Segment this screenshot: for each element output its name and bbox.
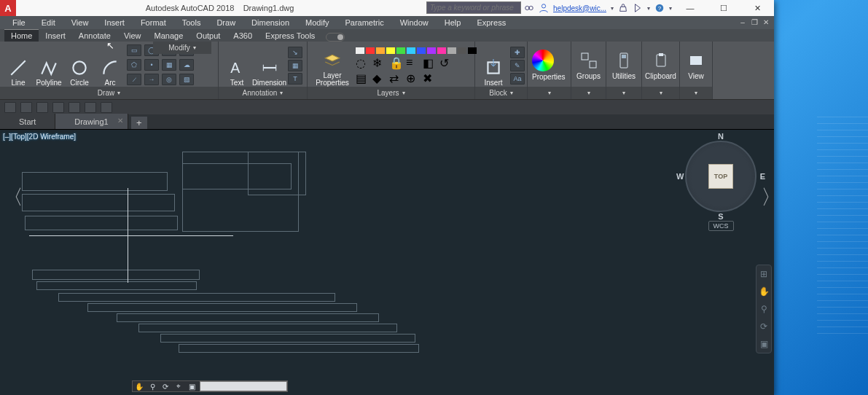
revision-cloud-icon[interactable]: ☁ [179,59,194,71]
layer-off-icon[interactable]: ◌ [356,56,370,69]
layer-delete-icon[interactable]: ✖ [423,71,437,85]
qat-redo-icon[interactable] [101,102,112,113]
point-icon[interactable]: • [144,59,159,71]
nav-zoom-icon[interactable]: ⚲ [758,303,770,315]
menu-draw[interactable]: Draw [208,16,243,29]
chevron-down-icon[interactable]: ▾ [587,90,590,96]
layer-freeze-icon[interactable]: ❄ [372,56,387,69]
qat-plot-icon[interactable] [69,102,80,113]
nav-pan-icon[interactable]: ✋ [758,286,770,297]
inline-input[interactable] [200,381,287,391]
layer-state-icon[interactable]: ▤ [356,71,370,85]
menu-window[interactable]: Window [392,16,437,29]
tab-drawing1[interactable]: Drawing1✕ [55,114,128,129]
line-button[interactable]: Line [4,44,32,87]
flick-left-icon[interactable]: 〈 [3,184,23,211]
groups-icon[interactable] [580,52,598,69]
edit-block-icon[interactable]: ✎ [510,60,525,71]
create-block-icon[interactable]: ✚ [510,47,525,58]
menu-edit[interactable]: Edit [34,16,63,29]
text-button[interactable]: A Text [223,44,251,87]
close-button[interactable]: ✕ [740,0,774,16]
compass-e[interactable]: E [760,172,765,181]
infocenter-search-input[interactable] [427,2,520,13]
table-icon[interactable]: ▦ [288,60,302,71]
stayconnected-icon[interactable] [633,3,643,13]
menu-parametric[interactable]: Parametric [337,16,391,29]
chevron-down-icon[interactable]: ▾ [548,90,551,96]
chevron-down-icon[interactable]: ▾ [280,90,283,96]
ribtab-annotate[interactable]: Annotate [72,29,117,42]
viewcube-face-top[interactable]: TOP [708,164,733,189]
paste-icon[interactable] [652,52,670,69]
circle-button[interactable]: Circle [66,44,93,87]
layer-lock-icon[interactable]: 🔒 [389,56,404,69]
nav-orbit-icon[interactable]: ⟳ [758,321,770,332]
layer-match-icon[interactable]: ≡ [406,56,421,69]
flick-right-icon[interactable]: 〉 [761,184,781,211]
steering-icon[interactable]: ⌖ [172,381,185,391]
mdi-restore-button[interactable]: ❐ [749,17,759,27]
ribtab-home[interactable]: Home [4,29,39,42]
ribtab-insert[interactable]: Insert [39,29,72,42]
orbit-icon[interactable]: ⟳ [159,381,172,391]
layer-walk-icon[interactable]: ⇄ [389,71,404,85]
mtext-icon[interactable]: T [288,73,302,85]
menu-format[interactable]: Format [133,16,174,29]
measure-icon[interactable] [615,52,633,69]
viewcube[interactable]: TOP N S E W WCS [681,141,761,243]
leader-icon[interactable]: ↘ [288,47,302,58]
block-attr-icon[interactable]: Aa [510,73,525,85]
chevron-down-icon[interactable]: ▾ [660,90,662,96]
chevron-down-icon[interactable]: ▾ [193,44,196,51]
chevron-down-icon[interactable]: ▾ [622,90,625,96]
navigation-bar[interactable]: ⊞ ✋ ⚲ ⟳ ▣ [756,265,772,353]
polyline-button[interactable]: Polyline [35,44,63,87]
ribtab-express[interactable]: Express Tools [259,29,321,42]
menu-express[interactable]: Express [469,16,514,29]
chevron-down-icon[interactable]: ▾ [402,90,405,96]
wipeout-icon[interactable]: ▧ [179,74,194,85]
drawing-canvas[interactable]: [–][Top][2D Wireframe] ✋ ⚲ ⟳ ⌖ ▣ [0,130,774,395]
qat-saveas-icon[interactable] [52,102,64,113]
menu-modify[interactable]: Modify [297,16,337,29]
app-icon[interactable]: A [0,0,16,16]
pan-icon[interactable]: ✋ [133,381,146,391]
viewport-label[interactable]: [–][Top][2D Wireframe] [3,133,76,141]
binoculars-icon[interactable] [524,3,534,13]
viewcube-compass[interactable]: TOP N S E W [685,141,756,212]
region-icon[interactable]: ▦ [162,59,176,71]
signin-icon[interactable] [539,3,549,13]
inline-toolbar[interactable]: ✋ ⚲ ⟳ ⌖ ▣ [132,380,288,392]
chevron-down-icon[interactable]: ▾ [117,90,120,96]
donut-icon[interactable]: ◎ [162,74,176,85]
qat-undo-icon[interactable] [85,102,96,113]
ribtab-view[interactable]: View [117,29,148,42]
polygon-icon[interactable]: ⬠ [127,59,141,71]
qat-new-icon[interactable] [4,102,16,113]
help-icon[interactable]: ? [654,3,665,13]
nav-fullnav-icon[interactable]: ⊞ [758,268,770,280]
showmotion-icon[interactable]: ▣ [185,381,198,391]
layer-swatches[interactable] [356,47,477,54]
nav-showmotion-icon[interactable]: ▣ [758,338,770,350]
tab-start[interactable]: Start [0,114,55,129]
menu-insert[interactable]: Insert [96,16,133,29]
chevron-down-icon[interactable]: ▾ [510,90,513,96]
infocenter-search[interactable] [426,1,521,14]
layer-merge-icon[interactable]: ⊕ [406,71,421,85]
layer-color-icon[interactable]: ◆ [372,71,387,85]
menu-dimension[interactable]: Dimension [243,16,297,29]
layer-previous-icon[interactable]: ↺ [439,56,454,69]
construction-line-icon[interactable]: ⟋ [127,74,141,85]
mdi-close-button[interactable]: ✕ [761,17,771,27]
layer-properties-button[interactable]: Layer Properties [312,44,353,87]
dimension-button[interactable]: Dimension [254,44,285,87]
exchange-apps-icon[interactable] [618,3,628,13]
arc-button[interactable]: Arc [96,44,124,87]
ribtab-manage[interactable]: Manage [148,29,190,42]
close-icon[interactable]: ✕ [117,117,123,125]
rectangle-icon[interactable]: ▭ [127,44,141,56]
qat-save-icon[interactable] [36,102,48,113]
qat-open-icon[interactable] [20,102,32,113]
